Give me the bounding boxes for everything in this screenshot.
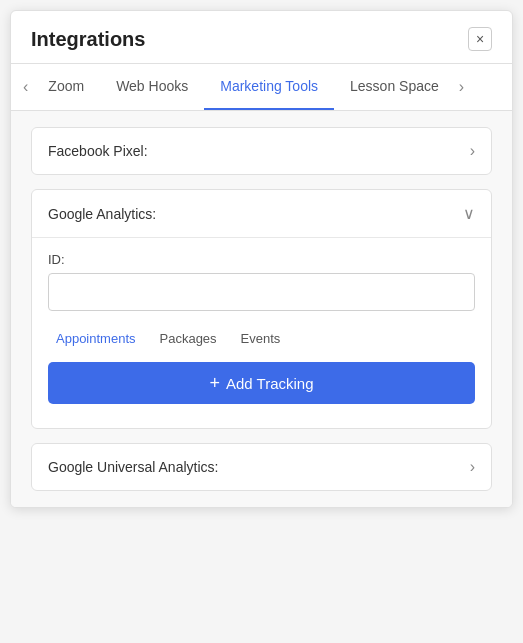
plus-icon: + xyxy=(209,374,220,392)
add-tracking-label: Add Tracking xyxy=(226,375,314,392)
close-button[interactable]: × xyxy=(468,27,492,51)
id-field-label: ID: xyxy=(48,252,475,267)
google-analytics-label: Google Analytics: xyxy=(48,206,156,222)
modal-body: Facebook Pixel: › Google Analytics: ∨ ID… xyxy=(11,111,512,507)
google-analytics-content: ID: xyxy=(32,238,491,315)
add-tracking-container: + Add Tracking xyxy=(32,362,491,428)
tab-marketing-tools[interactable]: Marketing Tools xyxy=(204,64,334,110)
google-universal-analytics-label: Google Universal Analytics: xyxy=(48,459,218,475)
modal-title: Integrations xyxy=(31,28,145,51)
tabs-next-button[interactable]: › xyxy=(455,70,468,104)
integrations-modal: Integrations × ‹ Zoom Web Hooks Marketin… xyxy=(10,10,513,508)
add-tracking-button[interactable]: + Add Tracking xyxy=(48,362,475,404)
tab-zoom[interactable]: Zoom xyxy=(32,64,100,110)
facebook-pixel-chevron-icon: › xyxy=(470,142,475,160)
google-universal-analytics-row[interactable]: Google Universal Analytics: › xyxy=(32,444,491,490)
google-analytics-chevron-icon: ∨ xyxy=(463,204,475,223)
google-analytics-row[interactable]: Google Analytics: ∨ xyxy=(32,190,491,238)
filter-tab-appointments[interactable]: Appointments xyxy=(48,327,144,350)
tabs-prev-button[interactable]: ‹ xyxy=(19,70,32,104)
google-universal-analytics-chevron-icon: › xyxy=(470,458,475,476)
id-input[interactable] xyxy=(48,273,475,311)
facebook-pixel-row[interactable]: Facebook Pixel: › xyxy=(32,128,491,174)
google-universal-analytics-card: Google Universal Analytics: › xyxy=(31,443,492,491)
google-analytics-card: Google Analytics: ∨ ID: Appointments Pac… xyxy=(31,189,492,429)
filter-tab-events[interactable]: Events xyxy=(233,327,289,350)
facebook-pixel-label: Facebook Pixel: xyxy=(48,143,148,159)
filter-tabs-row: Appointments Packages Events xyxy=(32,315,491,358)
modal-header: Integrations × xyxy=(11,11,512,64)
facebook-pixel-card: Facebook Pixel: › xyxy=(31,127,492,175)
tab-lesson-space[interactable]: Lesson Space xyxy=(334,64,455,110)
tabs-bar: ‹ Zoom Web Hooks Marketing Tools Lesson … xyxy=(11,64,512,111)
filter-tab-packages[interactable]: Packages xyxy=(152,327,225,350)
tab-webhooks[interactable]: Web Hooks xyxy=(100,64,204,110)
